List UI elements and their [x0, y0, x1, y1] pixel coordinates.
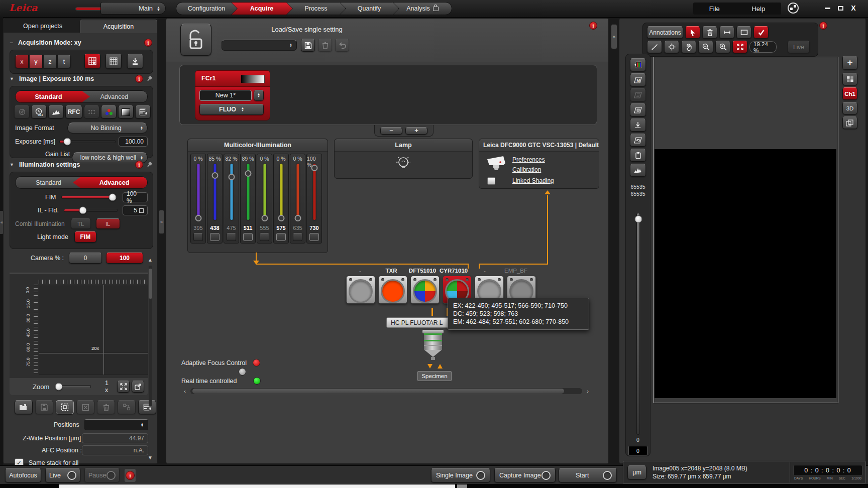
slider-checkbox[interactable] — [193, 233, 203, 241]
positions-dropdown[interactable]: ▲▼ — [84, 419, 148, 430]
channel-preset-field[interactable]: New 1* — [199, 90, 252, 101]
single-image-button[interactable]: Single Image — [431, 468, 490, 482]
slider-track[interactable] — [277, 164, 285, 223]
camera-100-button[interactable]: 100 — [106, 253, 143, 264]
workflow-tab-analysis[interactable]: Analysis — [393, 2, 452, 15]
scroll-up-arrow[interactable]: ▲ — [146, 256, 154, 264]
binning-grid-button[interactable] — [84, 105, 99, 118]
collapse-arrow-icon[interactable]: ▼ — [10, 162, 14, 167]
micron-button[interactable]: µm — [627, 465, 646, 479]
illum-slider-475[interactable]: 82 %475 — [224, 154, 239, 243]
mosaic-mode-button[interactable] — [84, 54, 100, 69]
fim-slider-knob[interactable] — [109, 194, 117, 201]
dim-y-button[interactable]: y — [29, 55, 43, 68]
filter-cube-empty-1[interactable] — [346, 276, 375, 304]
delete-annotation-button[interactable] — [702, 26, 717, 39]
pointer-tool-button[interactable] — [685, 26, 700, 39]
rectangle-tool-button[interactable] — [736, 26, 751, 39]
pin-icon[interactable] — [146, 76, 152, 82]
export-stage-button[interactable] — [132, 381, 144, 393]
scrollbar-track[interactable] — [149, 266, 152, 406]
maximize-button[interactable] — [835, 4, 846, 12]
slider-track[interactable] — [294, 164, 301, 223]
info-icon[interactable]: i — [135, 161, 143, 169]
zoom-in-button[interactable] — [715, 41, 730, 53]
apply-annotation-button[interactable] — [753, 26, 769, 39]
main-config-dropdown[interactable]: Main ▲▼ — [100, 2, 166, 15]
remove-position-button[interactable] — [76, 400, 94, 414]
tab-open-projects[interactable]: Open projects — [6, 20, 80, 33]
slider-thumb[interactable] — [294, 215, 301, 221]
path-order-button[interactable] — [118, 400, 136, 414]
illum-slider-635[interactable]: 0 %635 — [290, 154, 305, 243]
live-button[interactable]: Live — [45, 468, 80, 482]
save-positions-button[interactable] — [35, 400, 53, 414]
image-content[interactable] — [655, 149, 836, 398]
filter-cube-txr[interactable] — [378, 276, 407, 304]
histogram-view-button[interactable] — [630, 164, 646, 177]
info-icon[interactable]: i — [589, 22, 597, 30]
delete-positions-button[interactable] — [97, 400, 115, 414]
grid-mode-button[interactable] — [105, 54, 122, 69]
exposure-slider[interactable] — [59, 140, 116, 143]
shading-button[interactable] — [118, 105, 134, 118]
fit-to-view-button[interactable] — [732, 41, 747, 53]
slider-checkbox[interactable] — [210, 233, 220, 241]
rfc-button[interactable]: RFC — [65, 105, 82, 118]
slider-thumb[interactable] — [311, 165, 317, 171]
info-icon[interactable]: i — [144, 39, 152, 47]
fim-slider[interactable] — [61, 196, 115, 199]
workflow-tab-quantify[interactable]: Quantify — [340, 2, 399, 15]
z-wide-value[interactable]: 44.97 — [82, 433, 148, 443]
standard-tab[interactable]: Standard — [16, 91, 81, 102]
info-icon[interactable]: i — [135, 75, 143, 83]
slider-track[interactable] — [211, 164, 219, 223]
nav-plot[interactable]: 20x — [39, 285, 148, 375]
il-fld-slider-knob[interactable] — [79, 207, 86, 214]
standard-tab[interactable]: Standard — [16, 177, 81, 188]
tab-acquisition[interactable]: Acquisition — [80, 20, 157, 33]
illum-std-adv-toggle[interactable]: Standard Advanced — [15, 176, 148, 189]
slider-checkbox[interactable] — [309, 233, 319, 241]
tile-view-button[interactable] — [842, 73, 857, 85]
add-channel-button[interactable]: + — [405, 127, 427, 135]
fit-stage-button[interactable] — [117, 381, 130, 393]
add-viewer-button[interactable]: + — [842, 56, 857, 70]
remove-channel-button[interactable]: − — [380, 127, 402, 135]
histogram-button[interactable] — [48, 105, 64, 118]
start-button[interactable]: Start — [559, 468, 617, 482]
dim-t-button[interactable]: t — [57, 55, 71, 68]
display-range-slider[interactable] — [636, 213, 640, 435]
slider-track[interactable] — [310, 164, 318, 223]
illumination-header[interactable]: ▼ Illumination settings i — [10, 161, 152, 169]
slider-track[interactable] — [261, 164, 268, 223]
advanced-tab[interactable]: Advanced — [81, 91, 147, 102]
illum-slider-575[interactable]: 0 %575 — [273, 154, 289, 243]
combi-il-button[interactable]: IL — [96, 218, 120, 229]
single-channel-button[interactable]: M — [630, 73, 646, 86]
range-slider-thumb[interactable] — [634, 215, 642, 223]
slider-checkbox[interactable] — [227, 233, 236, 241]
refresh-view-button[interactable] — [630, 134, 646, 147]
image-canvas[interactable] — [654, 57, 838, 403]
slider-checkbox[interactable] — [276, 233, 286, 241]
delete-setting-button[interactable] — [318, 39, 332, 52]
collapse-arrow-icon[interactable]: ▼ — [10, 76, 14, 81]
mark-position-button[interactable] — [56, 400, 74, 414]
channel-1-button[interactable]: Ch1 — [842, 87, 857, 100]
navigator-zoom-slider[interactable] — [55, 385, 91, 388]
slider-thumb[interactable] — [245, 170, 251, 177]
left-center-splitter[interactable]: « — [159, 210, 164, 234]
illum-slider-438[interactable]: 85 %438 — [207, 154, 223, 243]
advanced-tab[interactable]: Advanced — [81, 177, 147, 188]
slider-track[interactable] — [244, 164, 252, 223]
hscroll-thumb[interactable] — [192, 389, 564, 394]
scrollbar-thumb[interactable] — [149, 269, 152, 299]
load-position-button[interactable] — [127, 54, 143, 69]
export-positions-button[interactable] — [15, 400, 33, 414]
illum-slider-555[interactable]: 0 %555 — [257, 154, 272, 243]
swap-view-button[interactable] — [842, 116, 857, 129]
menu-file[interactable]: File — [709, 5, 720, 13]
lamp-bulb-icon[interactable] — [393, 154, 413, 174]
exposure-std-adv-toggle[interactable]: Standard Advanced — [15, 90, 148, 103]
